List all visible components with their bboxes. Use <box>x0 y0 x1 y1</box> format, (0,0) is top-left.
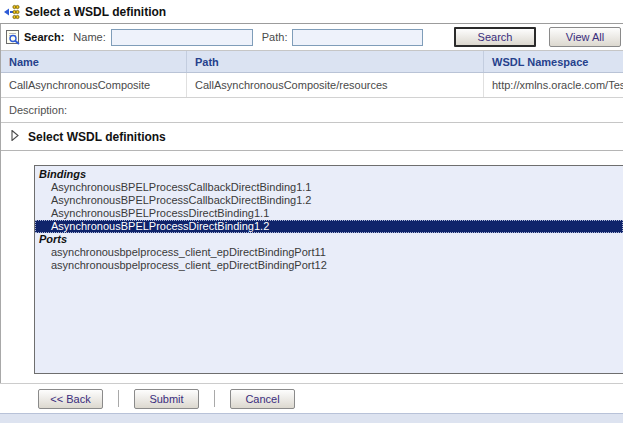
submit-button[interactable]: Submit <box>134 389 199 409</box>
cancel-button[interactable]: Cancel <box>230 389 295 409</box>
bottom-status-bar <box>0 413 623 423</box>
group-label-ports: Ports <box>35 233 623 246</box>
path-input[interactable] <box>292 29 423 46</box>
select-wsdl-dialog: Select a WSDL definition Search: Name: P… <box>0 0 623 423</box>
search-document-icon <box>5 29 21 45</box>
column-header-path: Path <box>187 51 484 72</box>
group-label-bindings: Bindings <box>35 168 623 181</box>
spacer <box>1 374 623 383</box>
description-label: Description: <box>9 104 67 116</box>
name-field-label: Name: <box>73 31 105 43</box>
column-header-name: Name <box>1 51 187 72</box>
back-button[interactable]: << Back <box>38 389 103 409</box>
results-table-header: Name Path WSDL Namespace <box>1 51 623 73</box>
cell-namespace: http://xmlns.oracle.com/Test <box>484 73 623 97</box>
cell-name: CallAsynchronousComposite <box>1 73 187 97</box>
button-divider <box>118 390 119 407</box>
footer-button-bar: << Back Submit Cancel <box>0 384 623 413</box>
section-title: Select WSDL definitions <box>28 130 166 144</box>
search-bar: Search: Name: Path: Search View All <box>1 24 623 51</box>
path-field-label: Path: <box>262 31 288 43</box>
wsdl-listbox[interactable]: Bindings AsynchronousBPELProcessCallback… <box>34 165 623 374</box>
list-item[interactable]: AsynchronousBPELProcessCallbackDirectBin… <box>35 181 623 194</box>
view-all-button[interactable]: View All <box>549 27 621 47</box>
list-item[interactable]: asynchronousbpelprocess_client_epDirectB… <box>35 246 623 259</box>
listbox-container: Bindings AsynchronousBPELProcessCallback… <box>1 151 623 374</box>
wsdl-definitions-section-header[interactable]: Select WSDL definitions <box>1 123 623 151</box>
list-item[interactable]: asynchronousbpelprocess_client_epDirectB… <box>35 259 623 272</box>
page-title: Select a WSDL definition <box>25 5 166 19</box>
list-item[interactable]: AsynchronousBPELProcessDirectBinding1.1 <box>35 207 623 220</box>
column-header-namespace: WSDL Namespace <box>484 51 623 72</box>
name-input[interactable] <box>111 29 253 46</box>
table-row[interactable]: CallAsynchronousComposite CallAsynchrono… <box>1 73 623 98</box>
wsdl-definition-icon <box>4 4 20 20</box>
button-divider <box>214 390 215 407</box>
search-button[interactable]: Search <box>454 27 536 47</box>
search-label: Search: <box>24 31 64 43</box>
dialog-title-bar: Select a WSDL definition <box>0 0 623 24</box>
triangle-right-icon <box>11 130 19 144</box>
list-item[interactable]: AsynchronousBPELProcessCallbackDirectBin… <box>35 194 623 207</box>
cell-path: CallAsynchronousComposite/resources <box>187 73 484 97</box>
list-item-selected[interactable]: AsynchronousBPELProcessDirectBinding1.2 <box>35 220 623 233</box>
description-row: Description: <box>1 98 623 123</box>
